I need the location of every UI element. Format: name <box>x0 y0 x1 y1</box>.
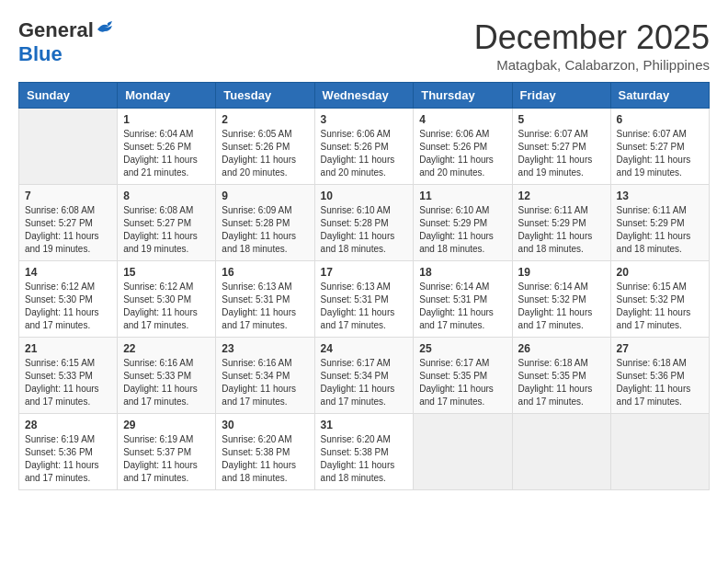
day-number: 12 <box>518 190 605 202</box>
day-info: Sunrise: 6:06 AMSunset: 5:26 PMDaylight:… <box>321 128 408 179</box>
calendar-cell: 7Sunrise: 6:08 AMSunset: 5:27 PMDaylight… <box>19 185 118 261</box>
day-info: Sunrise: 6:20 AMSunset: 5:38 PMDaylight:… <box>321 433 408 485</box>
day-number: 26 <box>518 342 605 355</box>
logo-general: General <box>18 18 94 42</box>
calendar-cell: 27Sunrise: 6:18 AMSunset: 5:36 PMDayligh… <box>610 338 709 414</box>
day-number: 15 <box>123 266 210 279</box>
month-title: December 2025 <box>474 18 710 57</box>
day-info: Sunrise: 6:07 AMSunset: 5:27 PMDaylight:… <box>518 128 605 179</box>
day-info: Sunrise: 6:16 AMSunset: 5:34 PMDaylight:… <box>222 357 308 408</box>
day-info: Sunrise: 6:08 AMSunset: 5:27 PMDaylight:… <box>123 204 210 256</box>
day-info: Sunrise: 6:15 AMSunset: 5:33 PMDaylight:… <box>25 357 111 408</box>
day-header-friday: Friday <box>512 83 610 109</box>
day-info: Sunrise: 6:08 AMSunset: 5:27 PMDaylight:… <box>25 204 111 256</box>
calendar-week-row: 28Sunrise: 6:19 AMSunset: 5:36 PMDayligh… <box>19 414 710 490</box>
calendar-cell: 25Sunrise: 6:17 AMSunset: 5:35 PMDayligh… <box>414 338 512 414</box>
calendar-cell: 23Sunrise: 6:16 AMSunset: 5:34 PMDayligh… <box>216 338 314 414</box>
day-number: 8 <box>123 190 210 202</box>
calendar-cell: 20Sunrise: 6:15 AMSunset: 5:32 PMDayligh… <box>610 261 709 338</box>
day-number: 7 <box>25 190 111 202</box>
day-number: 6 <box>617 113 703 126</box>
day-info: Sunrise: 6:05 AMSunset: 5:26 PMDaylight:… <box>222 128 308 179</box>
day-info: Sunrise: 6:06 AMSunset: 5:26 PMDaylight:… <box>419 128 506 179</box>
day-info: Sunrise: 6:07 AMSunset: 5:27 PMDaylight:… <box>617 128 703 179</box>
day-info: Sunrise: 6:13 AMSunset: 5:31 PMDaylight:… <box>222 281 308 332</box>
day-header-sunday: Sunday <box>19 83 118 109</box>
calendar-cell: 8Sunrise: 6:08 AMSunset: 5:27 PMDaylight… <box>118 185 216 261</box>
calendar-week-row: 1Sunrise: 6:04 AMSunset: 5:26 PMDaylight… <box>19 109 710 185</box>
calendar-cell: 22Sunrise: 6:16 AMSunset: 5:33 PMDayligh… <box>118 338 216 414</box>
day-info: Sunrise: 6:18 AMSunset: 5:36 PMDaylight:… <box>617 357 703 408</box>
day-number: 4 <box>419 113 506 126</box>
day-number: 11 <box>419 190 506 202</box>
day-number: 2 <box>222 113 308 126</box>
logo-blue: Blue <box>18 42 63 65</box>
day-number: 29 <box>123 419 210 431</box>
day-info: Sunrise: 6:09 AMSunset: 5:28 PMDaylight:… <box>222 204 308 256</box>
page-header: General Blue December 2025 Matagbak, Cal… <box>18 18 710 73</box>
day-header-saturday: Saturday <box>610 83 709 109</box>
calendar-cell: 4Sunrise: 6:06 AMSunset: 5:26 PMDaylight… <box>414 109 512 185</box>
day-header-wednesday: Wednesday <box>314 83 414 109</box>
calendar-table: SundayMondayTuesdayWednesdayThursdayFrid… <box>18 82 710 490</box>
calendar-cell: 9Sunrise: 6:09 AMSunset: 5:28 PMDaylight… <box>216 185 314 261</box>
day-header-tuesday: Tuesday <box>216 83 314 109</box>
day-number: 5 <box>518 113 605 126</box>
title-block: December 2025 Matagbak, Calabarzon, Phil… <box>474 18 710 73</box>
calendar-week-row: 7Sunrise: 6:08 AMSunset: 5:27 PMDaylight… <box>19 185 710 261</box>
day-info: Sunrise: 6:19 AMSunset: 5:37 PMDaylight:… <box>123 433 210 485</box>
day-info: Sunrise: 6:16 AMSunset: 5:33 PMDaylight:… <box>123 357 210 408</box>
calendar-cell: 29Sunrise: 6:19 AMSunset: 5:37 PMDayligh… <box>118 414 216 490</box>
calendar-cell: 16Sunrise: 6:13 AMSunset: 5:31 PMDayligh… <box>216 261 314 338</box>
day-number: 9 <box>222 190 308 202</box>
day-number: 27 <box>617 342 703 355</box>
day-number: 19 <box>518 266 605 279</box>
calendar-header-row: SundayMondayTuesdayWednesdayThursdayFrid… <box>19 83 710 109</box>
location: Matagbak, Calabarzon, Philippines <box>474 57 710 73</box>
day-number: 21 <box>25 342 111 355</box>
day-number: 25 <box>419 342 506 355</box>
day-info: Sunrise: 6:04 AMSunset: 5:26 PMDaylight:… <box>123 128 210 179</box>
day-number: 20 <box>617 266 703 279</box>
calendar-cell: 18Sunrise: 6:14 AMSunset: 5:31 PMDayligh… <box>414 261 512 338</box>
day-info: Sunrise: 6:11 AMSunset: 5:29 PMDaylight:… <box>617 204 703 256</box>
logo: General Blue <box>18 18 116 66</box>
calendar-cell: 14Sunrise: 6:12 AMSunset: 5:30 PMDayligh… <box>19 261 118 338</box>
day-info: Sunrise: 6:10 AMSunset: 5:28 PMDaylight:… <box>321 204 408 256</box>
day-info: Sunrise: 6:17 AMSunset: 5:34 PMDaylight:… <box>321 357 408 408</box>
logo-bird-icon <box>96 20 116 37</box>
calendar-week-row: 14Sunrise: 6:12 AMSunset: 5:30 PMDayligh… <box>19 261 710 338</box>
day-number: 24 <box>321 342 408 355</box>
day-number: 3 <box>321 113 408 126</box>
day-info: Sunrise: 6:14 AMSunset: 5:32 PMDaylight:… <box>518 281 605 332</box>
calendar-cell: 31Sunrise: 6:20 AMSunset: 5:38 PMDayligh… <box>314 414 414 490</box>
calendar-cell: 21Sunrise: 6:15 AMSunset: 5:33 PMDayligh… <box>19 338 118 414</box>
calendar-cell: 10Sunrise: 6:10 AMSunset: 5:28 PMDayligh… <box>314 185 414 261</box>
day-number: 22 <box>123 342 210 355</box>
calendar-cell: 28Sunrise: 6:19 AMSunset: 5:36 PMDayligh… <box>19 414 118 490</box>
calendar-cell <box>610 414 709 490</box>
calendar-cell <box>512 414 610 490</box>
calendar-cell: 19Sunrise: 6:14 AMSunset: 5:32 PMDayligh… <box>512 261 610 338</box>
calendar-cell: 26Sunrise: 6:18 AMSunset: 5:35 PMDayligh… <box>512 338 610 414</box>
calendar-cell: 24Sunrise: 6:17 AMSunset: 5:34 PMDayligh… <box>314 338 414 414</box>
day-info: Sunrise: 6:14 AMSunset: 5:31 PMDaylight:… <box>419 281 506 332</box>
calendar-cell: 13Sunrise: 6:11 AMSunset: 5:29 PMDayligh… <box>610 185 709 261</box>
day-number: 23 <box>222 342 308 355</box>
calendar-cell <box>414 414 512 490</box>
day-header-thursday: Thursday <box>414 83 512 109</box>
day-number: 16 <box>222 266 308 279</box>
day-number: 18 <box>419 266 506 279</box>
day-info: Sunrise: 6:20 AMSunset: 5:38 PMDaylight:… <box>222 433 308 485</box>
calendar-week-row: 21Sunrise: 6:15 AMSunset: 5:33 PMDayligh… <box>19 338 710 414</box>
calendar-cell: 6Sunrise: 6:07 AMSunset: 5:27 PMDaylight… <box>610 109 709 185</box>
calendar-cell: 12Sunrise: 6:11 AMSunset: 5:29 PMDayligh… <box>512 185 610 261</box>
calendar-cell: 15Sunrise: 6:12 AMSunset: 5:30 PMDayligh… <box>118 261 216 338</box>
day-info: Sunrise: 6:17 AMSunset: 5:35 PMDaylight:… <box>419 357 506 408</box>
day-info: Sunrise: 6:18 AMSunset: 5:35 PMDaylight:… <box>518 357 605 408</box>
day-info: Sunrise: 6:15 AMSunset: 5:32 PMDaylight:… <box>617 281 703 332</box>
calendar-cell: 1Sunrise: 6:04 AMSunset: 5:26 PMDaylight… <box>118 109 216 185</box>
day-header-monday: Monday <box>118 83 216 109</box>
day-info: Sunrise: 6:13 AMSunset: 5:31 PMDaylight:… <box>321 281 408 332</box>
calendar-cell: 3Sunrise: 6:06 AMSunset: 5:26 PMDaylight… <box>314 109 414 185</box>
